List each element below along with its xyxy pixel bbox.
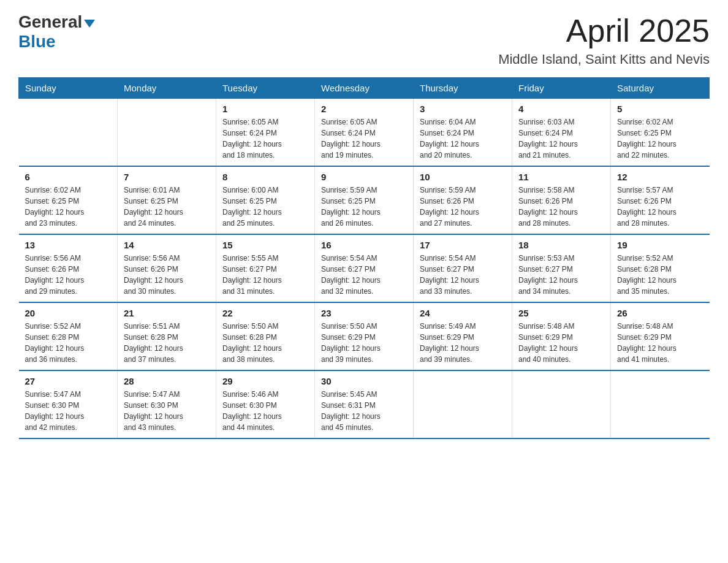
day-info: Sunrise: 5:45 AM Sunset: 6:31 PM Dayligh… [321, 389, 407, 433]
calendar-cell: 11Sunrise: 5:58 AM Sunset: 6:26 PM Dayli… [512, 166, 611, 234]
day-number: 2 [321, 104, 407, 114]
day-info: Sunrise: 5:47 AM Sunset: 6:30 PM Dayligh… [25, 389, 112, 433]
day-number: 23 [321, 308, 407, 318]
calendar-cell: 26Sunrise: 5:48 AM Sunset: 6:29 PM Dayli… [611, 302, 710, 370]
day-info: Sunrise: 5:49 AM Sunset: 6:29 PM Dayligh… [420, 321, 506, 365]
day-info: Sunrise: 5:48 AM Sunset: 6:29 PM Dayligh… [518, 321, 604, 365]
col-header-friday: Friday [512, 78, 611, 99]
col-header-monday: Monday [118, 78, 216, 99]
month-title: April 2025 [498, 12, 710, 49]
day-number: 26 [617, 308, 703, 318]
calendar-cell: 9Sunrise: 5:59 AM Sunset: 6:25 PM Daylig… [315, 166, 414, 234]
calendar-cell: 12Sunrise: 5:57 AM Sunset: 6:26 PM Dayli… [611, 166, 710, 234]
day-info: Sunrise: 5:51 AM Sunset: 6:28 PM Dayligh… [124, 321, 210, 365]
calendar-cell [19, 99, 118, 167]
day-info: Sunrise: 6:02 AM Sunset: 6:25 PM Dayligh… [617, 117, 703, 161]
logo-triangle-icon [84, 20, 95, 28]
calendar-cell: 30Sunrise: 5:45 AM Sunset: 6:31 PM Dayli… [315, 370, 414, 439]
day-number: 20 [25, 308, 112, 318]
day-number: 3 [420, 104, 506, 114]
title-block: April 2025 Middle Island, Saint Kitts an… [498, 12, 710, 67]
calendar-cell: 8Sunrise: 6:00 AM Sunset: 6:25 PM Daylig… [216, 166, 315, 234]
calendar-cell [118, 99, 216, 167]
day-number: 8 [222, 172, 308, 182]
day-number: 14 [124, 240, 210, 250]
day-info: Sunrise: 5:57 AM Sunset: 6:26 PM Dayligh… [617, 185, 703, 229]
day-info: Sunrise: 5:59 AM Sunset: 6:25 PM Dayligh… [321, 185, 407, 229]
day-number: 7 [124, 172, 210, 182]
col-header-saturday: Saturday [611, 78, 710, 99]
calendar-cell: 1Sunrise: 6:05 AM Sunset: 6:24 PM Daylig… [216, 99, 315, 167]
calendar-cell: 25Sunrise: 5:48 AM Sunset: 6:29 PM Dayli… [512, 302, 611, 370]
day-number: 5 [617, 104, 703, 114]
day-number: 18 [518, 240, 604, 250]
calendar-cell: 29Sunrise: 5:46 AM Sunset: 6:30 PM Dayli… [216, 370, 315, 439]
calendar-week-5: 27Sunrise: 5:47 AM Sunset: 6:30 PM Dayli… [19, 370, 710, 439]
day-number: 17 [420, 240, 506, 250]
calendar-table: SundayMondayTuesdayWednesdayThursdayFrid… [18, 77, 710, 439]
calendar-cell: 20Sunrise: 5:52 AM Sunset: 6:28 PM Dayli… [19, 302, 118, 370]
calendar-cell: 21Sunrise: 5:51 AM Sunset: 6:28 PM Dayli… [118, 302, 216, 370]
day-number: 4 [518, 104, 604, 114]
day-info: Sunrise: 5:54 AM Sunset: 6:27 PM Dayligh… [420, 253, 506, 297]
calendar-cell: 3Sunrise: 6:04 AM Sunset: 6:24 PM Daylig… [414, 99, 512, 167]
day-number: 10 [420, 172, 506, 182]
calendar-cell: 24Sunrise: 5:49 AM Sunset: 6:29 PM Dayli… [414, 302, 512, 370]
day-number: 30 [321, 376, 407, 386]
calendar-cell: 14Sunrise: 5:56 AM Sunset: 6:26 PM Dayli… [118, 234, 216, 302]
calendar-cell [611, 370, 710, 439]
logo-blue-text: Blue [18, 32, 56, 52]
day-info: Sunrise: 5:52 AM Sunset: 6:28 PM Dayligh… [25, 321, 112, 365]
calendar-cell: 2Sunrise: 6:05 AM Sunset: 6:24 PM Daylig… [315, 99, 414, 167]
day-number: 19 [617, 240, 703, 250]
calendar-cell: 23Sunrise: 5:50 AM Sunset: 6:29 PM Dayli… [315, 302, 414, 370]
day-number: 6 [25, 172, 112, 182]
day-info: Sunrise: 5:54 AM Sunset: 6:27 PM Dayligh… [321, 253, 407, 297]
calendar-cell: 22Sunrise: 5:50 AM Sunset: 6:28 PM Dayli… [216, 302, 315, 370]
day-info: Sunrise: 6:02 AM Sunset: 6:25 PM Dayligh… [25, 185, 112, 229]
day-info: Sunrise: 6:05 AM Sunset: 6:24 PM Dayligh… [321, 117, 407, 161]
col-header-wednesday: Wednesday [315, 78, 414, 99]
page-header: General Blue April 2025 Middle Island, S… [18, 12, 710, 67]
calendar-cell: 5Sunrise: 6:02 AM Sunset: 6:25 PM Daylig… [611, 99, 710, 167]
day-number: 24 [420, 308, 506, 318]
day-number: 25 [518, 308, 604, 318]
calendar-cell: 17Sunrise: 5:54 AM Sunset: 6:27 PM Dayli… [414, 234, 512, 302]
calendar-cell: 19Sunrise: 5:52 AM Sunset: 6:28 PM Dayli… [611, 234, 710, 302]
day-number: 27 [25, 376, 112, 386]
day-info: Sunrise: 5:55 AM Sunset: 6:27 PM Dayligh… [222, 253, 308, 297]
day-info: Sunrise: 5:50 AM Sunset: 6:29 PM Dayligh… [321, 321, 407, 365]
day-info: Sunrise: 6:01 AM Sunset: 6:25 PM Dayligh… [124, 185, 210, 229]
day-number: 28 [124, 376, 210, 386]
calendar-cell: 16Sunrise: 5:54 AM Sunset: 6:27 PM Dayli… [315, 234, 414, 302]
col-header-thursday: Thursday [414, 78, 512, 99]
calendar-header-row: SundayMondayTuesdayWednesdayThursdayFrid… [19, 78, 710, 99]
calendar-cell: 10Sunrise: 5:59 AM Sunset: 6:26 PM Dayli… [414, 166, 512, 234]
day-info: Sunrise: 5:58 AM Sunset: 6:26 PM Dayligh… [518, 185, 604, 229]
calendar-week-4: 20Sunrise: 5:52 AM Sunset: 6:28 PM Dayli… [19, 302, 710, 370]
day-number: 12 [617, 172, 703, 182]
day-info: Sunrise: 6:00 AM Sunset: 6:25 PM Dayligh… [222, 185, 308, 229]
day-info: Sunrise: 6:04 AM Sunset: 6:24 PM Dayligh… [420, 117, 506, 161]
day-info: Sunrise: 5:56 AM Sunset: 6:26 PM Dayligh… [124, 253, 210, 297]
day-info: Sunrise: 5:53 AM Sunset: 6:27 PM Dayligh… [518, 253, 604, 297]
calendar-cell: 6Sunrise: 6:02 AM Sunset: 6:25 PM Daylig… [19, 166, 118, 234]
day-number: 13 [25, 240, 112, 250]
calendar-cell: 7Sunrise: 6:01 AM Sunset: 6:25 PM Daylig… [118, 166, 216, 234]
day-number: 29 [222, 376, 308, 386]
day-info: Sunrise: 5:59 AM Sunset: 6:26 PM Dayligh… [420, 185, 506, 229]
day-number: 22 [222, 308, 308, 318]
logo-general-text: General [18, 12, 82, 32]
day-number: 15 [222, 240, 308, 250]
day-number: 11 [518, 172, 604, 182]
calendar-week-3: 13Sunrise: 5:56 AM Sunset: 6:26 PM Dayli… [19, 234, 710, 302]
logo: General Blue [18, 12, 95, 52]
day-info: Sunrise: 6:05 AM Sunset: 6:24 PM Dayligh… [222, 117, 308, 161]
day-info: Sunrise: 5:47 AM Sunset: 6:30 PM Dayligh… [124, 389, 210, 433]
day-number: 16 [321, 240, 407, 250]
location-title: Middle Island, Saint Kitts and Nevis [498, 52, 710, 67]
calendar-cell: 28Sunrise: 5:47 AM Sunset: 6:30 PM Dayli… [118, 370, 216, 439]
calendar-cell [414, 370, 512, 439]
day-number: 9 [321, 172, 407, 182]
day-info: Sunrise: 5:56 AM Sunset: 6:26 PM Dayligh… [25, 253, 112, 297]
